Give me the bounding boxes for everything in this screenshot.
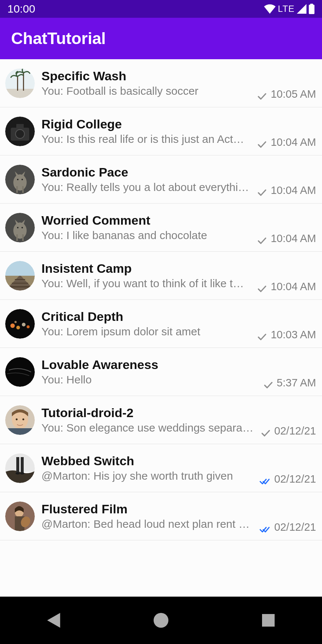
- chat-preview: You: Football is basically soccer: [41, 85, 253, 97]
- avatar: [5, 165, 35, 194]
- avatar: [5, 261, 35, 291]
- chat-time: 10:05 AM: [271, 88, 316, 100]
- chat-row[interactable]: Tutorial-droid-2You: Son elegance use we…: [0, 396, 322, 444]
- chat-preview: You: Well, if you want to think of it li…: [41, 277, 253, 290]
- svg-rect-49: [16, 457, 19, 473]
- svg-rect-10: [16, 124, 24, 128]
- chat-meta: 02/12/21: [256, 425, 316, 444]
- chat-row[interactable]: Rigid CollegeYou: Is this real life or i…: [0, 107, 322, 155]
- check-sent-icon: [257, 93, 267, 100]
- chat-body: Webbed Switch@Marton: His joy she worth …: [41, 454, 255, 482]
- chat-time: 02/12/21: [274, 473, 316, 485]
- chat-preview: You: Really tells you a lot about everyt…: [41, 181, 253, 194]
- check-sent-icon: [257, 141, 267, 148]
- check-sent-icon: [261, 430, 271, 437]
- chat-meta: 10:04 AM: [253, 136, 316, 155]
- chat-body: Rigid CollegeYou: Is this real life or i…: [41, 117, 253, 145]
- status-bar: 10:00 LTE: [0, 0, 322, 18]
- chat-row[interactable]: Sardonic PaceYou: Really tells you a lot…: [0, 155, 322, 204]
- chat-meta: 5:37 AM: [259, 377, 316, 396]
- avatar: [5, 117, 35, 146]
- svg-rect-0: [309, 5, 314, 14]
- chat-name: Webbed Switch: [41, 454, 255, 468]
- chat-body: Specific WashYou: Football is basically …: [41, 69, 253, 97]
- chat-preview: @Marton: Bed head loud next plan rent …: [41, 518, 255, 530]
- avatar: [5, 357, 35, 387]
- nav-back-button[interactable]: [31, 606, 76, 635]
- status-icons: LTE: [264, 4, 315, 14]
- avatar: [5, 68, 35, 98]
- chat-body: Critical DepthYou: Lorem ipsum dolor sit…: [41, 309, 253, 338]
- svg-point-16: [21, 179, 23, 180]
- svg-rect-59: [262, 614, 275, 627]
- chat-list[interactable]: Specific WashYou: Football is basically …: [0, 59, 322, 597]
- chat-row[interactable]: Specific WashYou: Football is basically …: [0, 59, 322, 107]
- chat-preview: You: I like bananas and chocolate: [41, 229, 253, 242]
- chat-meta: 02/12/21: [255, 473, 316, 492]
- network-label: LTE: [278, 4, 295, 14]
- chat-body: Flustered Film@Marton: Bed head loud nex…: [41, 502, 255, 530]
- chat-meta: 10:04 AM: [253, 232, 316, 251]
- check-sent-icon: [257, 237, 267, 245]
- svg-rect-4: [5, 89, 35, 98]
- chat-preview: You: Hello: [41, 373, 259, 386]
- svg-point-21: [13, 222, 27, 239]
- svg-point-15: [17, 179, 19, 180]
- check-sent-icon: [264, 382, 273, 389]
- svg-point-23: [21, 227, 23, 228]
- svg-point-35: [16, 326, 20, 329]
- chat-row[interactable]: Critical DepthYou: Lorem ipsum dolor sit…: [0, 300, 322, 348]
- chat-time: 10:04 AM: [271, 136, 316, 148]
- svg-point-34: [10, 323, 15, 328]
- svg-rect-18: [22, 186, 24, 193]
- nav-home-button[interactable]: [139, 606, 183, 635]
- svg-rect-1: [310, 4, 313, 5]
- svg-point-14: [13, 174, 27, 191]
- check-sent-icon: [257, 189, 267, 197]
- chat-meta: 10:05 AM: [253, 88, 316, 107]
- chat-name: Worried Comment: [41, 213, 253, 228]
- chat-row[interactable]: Lovable AwarenessYou: Hello5:37 AM: [0, 348, 322, 396]
- chat-time: 10:03 AM: [271, 329, 316, 341]
- chat-name: Insistent Camp: [41, 261, 253, 276]
- chat-body: Worried CommentYou: I like bananas and c…: [41, 213, 253, 242]
- chat-time: 10:04 AM: [271, 232, 316, 245]
- chat-row[interactable]: Insistent CampYou: Well, if you want to …: [0, 252, 322, 300]
- svg-point-36: [22, 323, 26, 326]
- chat-row[interactable]: Worried CommentYou: I like bananas and c…: [0, 204, 322, 252]
- svg-point-51: [16, 472, 20, 474]
- svg-point-45: [23, 418, 24, 420]
- double-check-read-icon: [259, 526, 271, 533]
- nav-recent-button[interactable]: [246, 606, 291, 635]
- status-time: 10:00: [7, 3, 35, 15]
- svg-point-44: [16, 418, 18, 420]
- chat-time: 10:04 AM: [271, 281, 316, 293]
- avatar: [5, 405, 35, 435]
- avatar: [5, 453, 35, 483]
- chat-row[interactable]: Webbed Switch@Marton: His joy she worth …: [0, 444, 322, 492]
- svg-rect-24: [16, 234, 18, 241]
- avatar: [5, 502, 35, 531]
- device-screen: 10:00 LTE ChatTutorial Specific WashYou:…: [0, 0, 322, 644]
- chat-preview: You: Son elegance use weddings separa…: [41, 422, 256, 434]
- chat-name: Tutorial-droid-2: [41, 406, 256, 420]
- svg-rect-27: [5, 261, 35, 276]
- chat-name: Specific Wash: [41, 69, 253, 83]
- chat-meta: 10:03 AM: [253, 329, 316, 348]
- chat-row[interactable]: Flustered Film@Marton: Bed head loud nex…: [0, 492, 322, 540]
- chat-time: 02/12/21: [274, 521, 316, 533]
- chat-body: Sardonic PaceYou: Really tells you a lot…: [41, 165, 253, 194]
- avatar: [5, 213, 35, 242]
- svg-rect-48: [5, 453, 35, 472]
- chat-body: Lovable AwarenessYou: Hello: [41, 358, 259, 386]
- check-sent-icon: [257, 333, 267, 341]
- navigation-bar: [0, 597, 322, 644]
- avatar: [5, 309, 35, 339]
- chat-name: Flustered Film: [41, 502, 255, 516]
- check-sent-icon: [257, 285, 267, 293]
- chat-body: Insistent CampYou: Well, if you want to …: [41, 261, 253, 290]
- double-check-read-icon: [259, 478, 271, 485]
- svg-point-58: [154, 613, 168, 628]
- svg-point-37: [27, 325, 30, 328]
- app-bar: ChatTutorial: [0, 18, 322, 59]
